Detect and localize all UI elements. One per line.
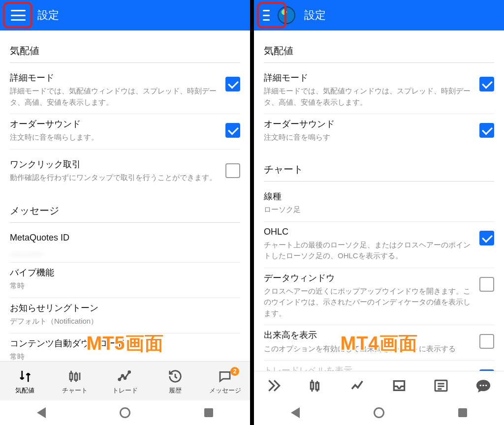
svg-point-7 — [485, 384, 487, 386]
svg-point-2 — [124, 377, 126, 379]
tab-chart[interactable]: チャート — [50, 369, 100, 395]
item-desc: 注文時に音を鳴らします。 — [10, 132, 219, 143]
section-chart: チャート — [264, 157, 494, 182]
back-icon[interactable] — [291, 407, 300, 418]
item-desc: ________ — [10, 245, 233, 257]
item-title: MetaQuotes ID — [10, 232, 233, 244]
header-bar: 設定 — [254, 0, 504, 30]
bottom-iconbar — [254, 371, 504, 400]
item-title: OHLC — [264, 226, 472, 238]
checkbox[interactable] — [479, 334, 494, 349]
mt5-screen: 設定 気配値 詳細モード 詳細モードでは、気配値ウィンドウは、スプレッド、時刻デ… — [0, 0, 252, 425]
item-title: バイブ機能 — [10, 267, 233, 279]
item-title: お知らせリングトーン — [10, 302, 233, 314]
checkbox[interactable] — [225, 123, 240, 138]
item-title: 線種 — [264, 190, 487, 203]
item-advanced[interactable]: 詳細モード 詳細モードでは、気配値ウィンドウは、スプレッド、時刻データ、高値、安… — [264, 68, 494, 114]
item-oneclick[interactable]: ワンクリック取引 動作確認を行わずにワンタップで取引を行うことができます。 — [10, 154, 240, 189]
svg-point-0 — [119, 378, 121, 380]
chat-icon[interactable] — [475, 378, 492, 395]
item-title: トレードレベルを表示 — [264, 364, 472, 371]
menu-icon[interactable] — [11, 10, 26, 21]
item-title: オーダーサウンド — [10, 118, 219, 130]
checkbox[interactable] — [479, 369, 494, 371]
app-logo-icon — [278, 6, 295, 24]
item-linetype[interactable]: 線種 ローソク足 — [264, 186, 494, 222]
item-volume[interactable]: 出来高を表示 このオプションを有効にして出来高をチャートに表示する — [264, 325, 494, 361]
menu-icon[interactable] — [263, 10, 270, 21]
item-title: データウィンドウ — [264, 272, 472, 284]
tab-label: 履歴 — [169, 386, 182, 395]
checkbox[interactable] — [479, 277, 494, 292]
arrows-updown-icon — [18, 369, 32, 384]
item-vibrate[interactable]: バイブ機能 常時 — [10, 263, 240, 298]
svg-point-3 — [128, 371, 130, 373]
trend-icon[interactable] — [350, 378, 367, 395]
tab-messages[interactable]: 2 メッセージ — [200, 369, 250, 395]
item-desc: 詳細モードでは、気配値ウィンドウは、スプレッド、時刻データ、高値、安値を表示しま… — [10, 86, 219, 108]
item-desc: 注文時に音を鳴らす — [264, 132, 472, 143]
android-softnav — [0, 400, 250, 425]
svg-point-5 — [479, 384, 481, 386]
item-desc: ローソク足 — [264, 204, 487, 215]
item-title: 詳細モード — [264, 72, 472, 84]
section-messages: メッセージ — [10, 198, 240, 223]
section-quotes: 気配値 — [10, 38, 240, 63]
item-desc: 常時 — [10, 351, 233, 361]
history-icon — [168, 369, 183, 384]
back-icon[interactable] — [37, 407, 46, 418]
inbox-icon[interactable] — [391, 378, 408, 395]
item-desc: このオプションを有効にして出来高をチャートに表示する — [264, 343, 472, 355]
item-advanced[interactable]: 詳細モード 詳細モードでは、気配値ウィンドウは、スプレッド、時刻データ、高値、安… — [10, 68, 240, 114]
tab-quotes[interactable]: 気配値 — [0, 369, 50, 395]
item-desc: デフォルト（Notification） — [10, 316, 233, 327]
item-ordersound[interactable]: オーダーサウンド 注文時に音を鳴らす — [264, 114, 494, 149]
item-desc: チャート上の最後のローソク足、またはクロスヘアーのポイントしたローソク足の、OH… — [264, 240, 472, 262]
candlestick-icon[interactable] — [308, 378, 325, 395]
trend-icon — [118, 369, 132, 384]
mt4-screen: 設定 気配値 詳細モード 詳細モードでは、気配値ウィンドウは、スプレッド、時刻デ… — [252, 0, 504, 425]
tab-label: チャート — [62, 386, 88, 395]
checkbox[interactable] — [479, 77, 494, 91]
tab-label: メッセージ — [209, 386, 241, 395]
header-bar: 設定 — [0, 0, 250, 30]
news-icon[interactable] — [433, 378, 450, 395]
item-title: コンテンツ自動ダウンロード — [10, 337, 233, 350]
header-title: 設定 — [304, 8, 326, 23]
recent-icon[interactable] — [458, 408, 467, 417]
android-softnav — [254, 400, 504, 425]
item-desc: 詳細モードでは、気配値ウィンドウは、スプレッド、時刻データ、高値、安値を表示しま… — [264, 86, 472, 108]
item-ringtone[interactable]: お知らせリングトーン デフォルト（Notification） — [10, 298, 240, 334]
svg-point-6 — [482, 384, 484, 386]
item-datawindow[interactable]: データウィンドウ クロスヘアーの近くにポップアップウインドウを開きます。このウイ… — [264, 268, 494, 326]
item-desc: 常時 — [10, 280, 233, 292]
recent-icon[interactable] — [204, 408, 213, 417]
svg-point-1 — [122, 375, 124, 377]
home-icon[interactable] — [374, 407, 384, 418]
section-quotes: 気配値 — [264, 38, 494, 63]
item-tradelevel[interactable]: トレードレベルを表示 トレードレベルを有効にし、ペンディングオーダー — [264, 361, 494, 371]
item-mqid[interactable]: MetaQuotes ID ________ — [10, 228, 240, 263]
item-title: ワンクリック取引 — [10, 158, 219, 171]
item-desc: 動作確認を行わずにワンタップで取引を行うことができます。 — [10, 172, 219, 183]
tab-trade[interactable]: トレード — [100, 369, 150, 395]
tab-history[interactable]: 履歴 — [150, 369, 200, 395]
message-badge: 2 — [230, 367, 239, 376]
checkbox[interactable] — [479, 123, 494, 138]
candlestick-icon — [67, 369, 82, 384]
item-title: 出来高を表示 — [264, 329, 472, 341]
item-ordersound[interactable]: オーダーサウンド 注文時に音を鳴らします。 — [10, 114, 240, 150]
item-ohlc[interactable]: OHLC チャート上の最後のローソク足、またはクロスヘアーのポイントしたローソク… — [264, 222, 494, 268]
content-area: 気配値 詳細モード 詳細モードでは、気配値ウィンドウは、スプレッド、時刻データ、… — [254, 30, 504, 371]
home-icon[interactable] — [120, 407, 130, 418]
checkbox[interactable] — [225, 163, 240, 178]
item-title: 詳細モード — [10, 72, 219, 84]
item-title: オーダーサウンド — [264, 118, 472, 130]
tab-label: トレード — [112, 386, 138, 395]
checkbox[interactable] — [225, 77, 240, 91]
item-desc: クロスヘアーの近くにポップアップウインドウを開きます。このウインドウは、示された… — [264, 286, 472, 319]
item-autodl[interactable]: コンテンツ自動ダウンロード 常時 — [10, 334, 240, 361]
bottom-tabbar: 気配値 チャート トレード 履歴 2 メッセージ — [0, 361, 250, 400]
quotes-icon[interactable] — [266, 378, 283, 395]
checkbox[interactable] — [479, 231, 494, 245]
